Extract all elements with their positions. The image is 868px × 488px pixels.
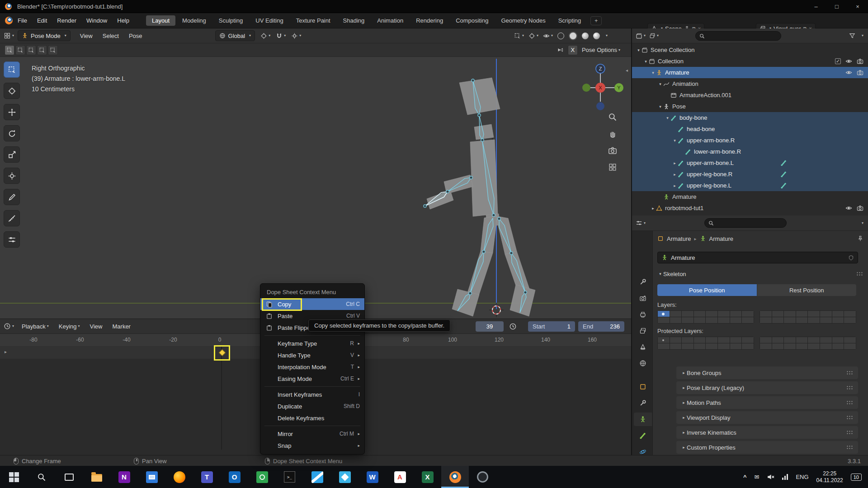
tool-measure[interactable]	[4, 210, 20, 226]
outlook-button[interactable]: O	[221, 466, 248, 488]
task-view-button[interactable]	[55, 466, 83, 488]
menu-file[interactable]: File	[13, 15, 32, 27]
start-button[interactable]	[0, 466, 28, 488]
tab-geometry-nodes[interactable]: Geometry Nodes	[495, 15, 551, 26]
orientation-dropdown[interactable]: Global ▾	[215, 30, 255, 41]
tab-tool[interactable]	[634, 275, 652, 289]
gray-app-button[interactable]	[469, 466, 496, 488]
protected-cell-marked[interactable]	[658, 337, 670, 343]
mirror-x-toggle[interactable]: X	[568, 45, 578, 55]
section-custom-properties[interactable]: ▸Custom Properties	[676, 441, 858, 454]
row-armature-data[interactable]: Armature	[632, 191, 868, 202]
tab-bone[interactable]	[634, 429, 652, 442]
shading-rendered-icon[interactable]	[593, 33, 600, 39]
layer-cell-enabled[interactable]	[658, 311, 670, 317]
row-armature-action[interactable]: ArmatureAction.001	[632, 89, 868, 101]
pivot-point-icon[interactable]: ▾	[260, 33, 270, 39]
panel-grip[interactable]	[856, 272, 863, 276]
viewport-canvas[interactable]: Right Orthographic (39) Armature : lower…	[0, 57, 631, 319]
row-body-bone[interactable]: ▾ body-bone	[632, 112, 868, 123]
skeleton-panel-header[interactable]: ▾ Skeleton	[653, 268, 868, 280]
tab-uv-editing[interactable]: UV Editing	[250, 15, 289, 26]
notification-count-badge[interactable]: 10	[851, 474, 862, 481]
select-mode-invert-icon[interactable]	[37, 45, 47, 55]
menu-render[interactable]: Render	[52, 15, 81, 27]
outliner-editor-icon[interactable]: ▾	[636, 33, 646, 39]
menu-timeline-view[interactable]: View	[85, 320, 108, 332]
layers-grid-a[interactable]	[657, 310, 754, 324]
tab-world[interactable]	[634, 357, 652, 370]
tab-output[interactable]	[634, 308, 652, 321]
tray-expand-chevron[interactable]: ^	[743, 474, 747, 480]
row-lower-arm-bone-r[interactable]: lower-arm-bone.R	[632, 146, 868, 157]
section-inverse-kinematics[interactable]: ▸Inverse Kinematics	[676, 426, 858, 439]
tool-select-box[interactable]	[4, 61, 20, 78]
object-visibility-icon[interactable]: ▾	[514, 33, 524, 39]
section-pose-library[interactable]: ▸Pose Library (Legacy)	[676, 381, 858, 394]
menu-keying[interactable]: Keying▾	[54, 320, 85, 332]
row-upper-leg-bone-r[interactable]: ▸ upper-leg-bone.R	[632, 169, 868, 180]
menu-marker[interactable]: Marker	[108, 320, 136, 332]
checkbox-icon[interactable]: ✓	[835, 58, 841, 64]
tool-pose-breakdowner[interactable]	[4, 231, 20, 248]
excel-button[interactable]: X	[414, 466, 441, 488]
camera-view-icon[interactable]	[606, 144, 619, 157]
snap-magnet-icon[interactable]	[276, 33, 283, 39]
shading-material-icon[interactable]	[582, 33, 589, 39]
menu-help[interactable]: Help	[112, 15, 134, 27]
breadcrumb-object[interactable]: Armature	[667, 235, 691, 242]
viewer3d-button[interactable]	[331, 466, 359, 488]
camera-icon[interactable]	[857, 69, 863, 76]
tool-scale[interactable]	[4, 146, 20, 163]
volume-muted-icon[interactable]	[767, 473, 774, 481]
frame-start-field[interactable]: Start 1	[528, 321, 575, 332]
menu-playback[interactable]: Playback▾	[17, 320, 54, 332]
menu-edit[interactable]: Edit	[32, 15, 52, 27]
menu-item-mirror[interactable]: MirrorCtrl M▸	[260, 428, 364, 440]
tab-view-layer[interactable]	[634, 324, 652, 338]
protected-grid-a[interactable]	[657, 337, 754, 350]
fake-user-shield-icon[interactable]	[848, 255, 854, 261]
word-button[interactable]: W	[359, 466, 386, 488]
select-mode-subtract-icon[interactable]	[26, 45, 36, 55]
channel-expand-arrow[interactable]: ▸	[5, 349, 7, 354]
menu-select[interactable]: Select	[98, 30, 124, 42]
bone-badge-icon[interactable]	[780, 160, 787, 166]
section-bone-groups[interactable]: ▸Bone Groups	[676, 366, 858, 379]
app-green-button[interactable]	[248, 466, 276, 488]
tab-layout[interactable]: Layout	[146, 15, 175, 26]
frame-end-field[interactable]: End 236	[578, 321, 624, 332]
file-explorer-button[interactable]	[83, 466, 110, 488]
add-workspace-button[interactable]: +	[590, 16, 602, 25]
eye-icon[interactable]	[845, 205, 852, 211]
tab-scene[interactable]	[634, 340, 652, 354]
properties-editor-icon[interactable]: ▾	[636, 220, 646, 226]
ortho-grid-icon[interactable]	[606, 160, 619, 174]
mail-tray-icon[interactable]: ✉	[755, 474, 760, 480]
row-upper-leg-bone-l[interactable]: ▸ upper-leg-bone.L	[632, 180, 868, 191]
show-gizmo-icon[interactable]: ▾	[528, 33, 538, 39]
use-preview-range-icon[interactable]	[509, 323, 517, 330]
pose-options-dropdown[interactable]: Pose Options ▾	[582, 47, 620, 53]
pan-hand-icon[interactable]	[606, 127, 619, 141]
eye-icon[interactable]	[845, 58, 852, 65]
terminal-button[interactable]: >_	[276, 466, 303, 488]
row-scene-collection[interactable]: ▾ Scene Collection	[632, 44, 868, 56]
camera-icon[interactable]	[857, 205, 863, 211]
tool-move[interactable]	[4, 104, 20, 120]
camera-icon[interactable]	[857, 58, 863, 65]
language-indicator[interactable]: ENG	[796, 474, 808, 480]
tool-transform[interactable]	[4, 168, 20, 184]
app-blue-button[interactable]	[138, 466, 165, 488]
firefox-button[interactable]	[165, 466, 193, 488]
mode-dropdown[interactable]: Pose Mode ▾	[18, 30, 71, 41]
onenote-button[interactable]: N	[110, 466, 138, 488]
breadcrumb-data[interactable]: Armature	[709, 235, 733, 242]
clock[interactable]: 22:25 04.11.2022	[816, 470, 843, 484]
select-mode-intersect-icon[interactable]	[48, 45, 58, 55]
vscode-button[interactable]	[303, 466, 331, 488]
row-pose[interactable]: ▾ Pose	[632, 101, 868, 112]
tool-annotate[interactable]	[4, 189, 20, 205]
teams-button[interactable]: T	[193, 466, 221, 488]
bone-badge-icon[interactable]	[780, 182, 787, 189]
